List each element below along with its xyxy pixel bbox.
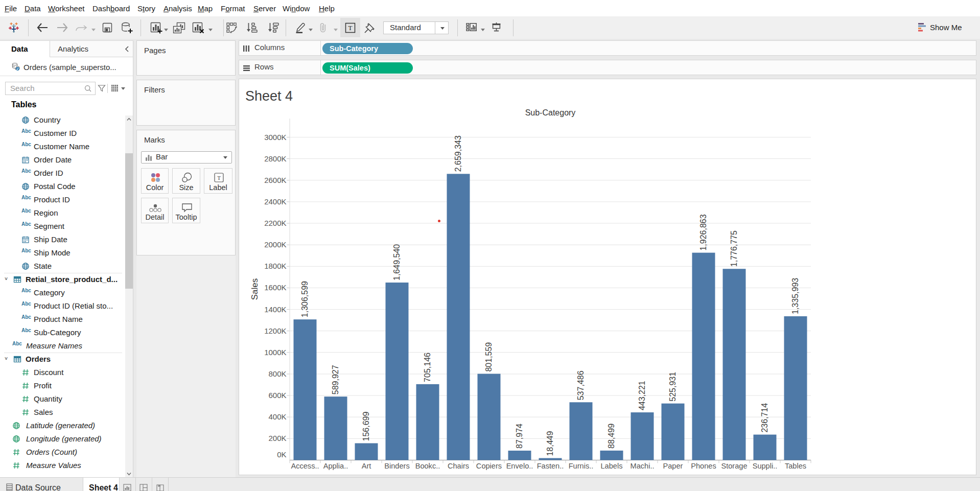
svg-text:Applia..: Applia.. [323,462,348,470]
svg-text:2600K: 2600K [264,176,286,184]
svg-text:0K: 0K [277,450,286,459]
svg-text:2000K: 2000K [264,240,286,249]
svg-text:88,499: 88,499 [607,424,616,449]
svg-text:400K: 400K [268,412,286,421]
svg-text:Envelo..: Envelo.. [506,462,533,470]
svg-text:2400K: 2400K [264,197,286,206]
svg-text:801,559: 801,559 [484,342,493,372]
svg-text:Machi..: Machi.. [630,462,654,470]
svg-text:600K: 600K [268,391,286,400]
svg-text:Sales: Sales [250,278,260,300]
svg-text:200K: 200K [268,434,286,442]
svg-text:Phones: Phones [691,462,716,470]
svg-text:Suppli..: Suppli.. [753,462,778,470]
svg-text:1,776,775: 1,776,775 [730,230,738,267]
svg-text:2200K: 2200K [264,219,286,227]
svg-text:Bookc..: Bookc.. [415,462,440,470]
svg-text:Furnis..: Furnis.. [569,462,594,470]
svg-text:Sheet 4: Sheet 4 [245,88,293,104]
svg-text:537,486: 537,486 [576,370,585,400]
svg-text:T: T [217,175,221,181]
svg-text:Fasten..: Fasten.. [537,462,564,470]
svg-text:1,306,599: 1,306,599 [300,281,309,317]
svg-text:1600K: 1600K [264,283,286,292]
svg-text:Paper: Paper [663,462,683,470]
svg-text:Storage: Storage [721,462,747,470]
svg-text:Chairs: Chairs [448,462,469,470]
svg-text:156,699: 156,699 [362,412,370,441]
svg-text:Copiers: Copiers [476,462,502,470]
svg-text:Sub-Category: Sub-Category [525,108,576,117]
svg-text:1400K: 1400K [264,305,286,314]
svg-text:1800K: 1800K [264,262,286,270]
svg-text:Art: Art [362,462,371,470]
svg-text:800K: 800K [268,369,286,378]
svg-text:18,449: 18,449 [546,431,554,456]
svg-text:2,659,343: 2,659,343 [454,135,462,172]
svg-text:Labels: Labels [600,462,622,470]
svg-text:2800K: 2800K [264,154,286,163]
svg-text:Binders: Binders [384,462,409,470]
svg-text:1200K: 1200K [264,326,286,335]
svg-text:T: T [348,24,353,32]
svg-text:525,931: 525,931 [668,372,677,402]
svg-text:705,146: 705,146 [423,353,432,382]
svg-text:1000K: 1000K [264,348,286,357]
svg-text:1,926,863: 1,926,863 [699,214,708,250]
svg-text:1,335,993: 1,335,993 [791,278,800,314]
svg-text:443,221: 443,221 [638,381,646,410]
svg-text:Access..: Access.. [291,462,319,470]
svg-text:1,649,540: 1,649,540 [392,244,401,280]
svg-text:589,927: 589,927 [331,365,340,394]
svg-text:Tables: Tables [785,462,806,470]
svg-text:3000K: 3000K [264,133,286,142]
svg-text:236,714: 236,714 [760,403,769,433]
svg-text:87,974: 87,974 [515,424,524,449]
